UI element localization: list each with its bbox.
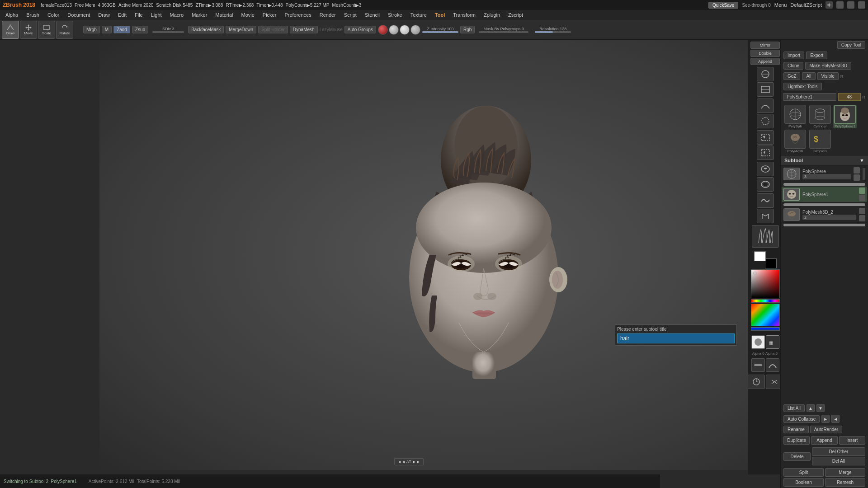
- clipcircd-icon[interactable]: [757, 114, 774, 128]
- polysphere-opacity-slider[interactable]: [783, 183, 865, 186]
- menu-material[interactable]: Material: [212, 11, 236, 19]
- mask-polygroups-slider[interactable]: [479, 31, 528, 33]
- menu-document[interactable]: Document: [64, 11, 94, 19]
- mirror-button[interactable]: Mirror: [750, 42, 780, 49]
- visible-button[interactable]: Visible: [817, 72, 839, 80]
- hsv-picker[interactable]: [751, 269, 780, 298]
- subtool-header[interactable]: Subtool ▼: [781, 156, 868, 165]
- polymesh3d2-opacity-slider[interactable]: [783, 224, 865, 226]
- subtool-item-polysphere[interactable]: PolySphere 3: [782, 166, 867, 182]
- scale-button[interactable]: Scale: [38, 21, 55, 39]
- all-button[interactable]: All: [802, 72, 815, 80]
- polysphere-val[interactable]: 48: [838, 93, 861, 101]
- backface-mask-button[interactable]: BackfaceMask: [188, 26, 224, 33]
- append-action-button[interactable]: Append: [811, 436, 837, 445]
- sdiv-slider[interactable]: [152, 31, 184, 33]
- duplicate-button[interactable]: Duplicate: [783, 436, 810, 445]
- menu-script[interactable]: Script: [340, 11, 360, 19]
- mag-ha-icon[interactable]: [757, 209, 774, 223]
- list-arrow-down-btn[interactable]: ▼: [816, 404, 825, 412]
- m-button[interactable]: M: [102, 26, 112, 33]
- lightbox-tools-button[interactable]: Lightbox: Tools: [783, 83, 822, 90]
- export-button[interactable]: Export: [806, 52, 827, 59]
- mag-hair-clum-icon[interactable]: [752, 225, 779, 248]
- menu-draw[interactable]: Draw: [94, 11, 113, 19]
- polysphere1-opacity-slider[interactable]: [783, 203, 865, 206]
- tool-polysphere[interactable]: PolySph: [783, 105, 807, 128]
- menu-stroke[interactable]: Stroke: [384, 11, 406, 19]
- polymesh3d2-eye-toggle[interactable]: [859, 208, 865, 214]
- menu-macro[interactable]: Macro: [166, 11, 188, 19]
- zadd-button[interactable]: Zadd: [113, 26, 130, 33]
- mrgb-button[interactable]: Mrgb: [83, 26, 100, 33]
- settings-icon[interactable]: [826, 1, 833, 9]
- menu-zscript[interactable]: Zscript: [505, 11, 527, 19]
- merge-down-button[interactable]: MergeDown: [226, 26, 256, 33]
- selectla-icon[interactable]: [757, 130, 774, 145]
- menu-preferences[interactable]: Preferences: [281, 11, 315, 19]
- stroke-icon-2[interactable]: [766, 358, 779, 372]
- smooth-icon[interactable]: [757, 193, 774, 208]
- default-script-label[interactable]: DefaultZScript: [790, 2, 822, 8]
- auto-collapse-button[interactable]: Auto Collapse: [783, 415, 820, 423]
- alpha-6-thumb[interactable]: ▦: [766, 335, 779, 349]
- subtool-item-polymesh3d2[interactable]: PolyMesh3D_2 2: [782, 207, 867, 223]
- mat-rsredc[interactable]: [378, 25, 388, 35]
- insert-button[interactable]: Insert: [839, 436, 865, 445]
- menu-stencil[interactable]: Stencil: [361, 11, 383, 19]
- bg-color-swatch[interactable]: [765, 258, 777, 268]
- tool-simpleb[interactable]: $ SimpleB: [808, 130, 832, 153]
- list-all-button[interactable]: List All: [783, 404, 805, 412]
- auto-groups-button[interactable]: Auto Groups: [344, 26, 376, 33]
- menu-marker[interactable]: Marker: [188, 11, 211, 19]
- draw-button[interactable]: Draw: [2, 21, 19, 39]
- menu-edit[interactable]: Edit: [114, 11, 130, 19]
- maska-icon[interactable]: [757, 162, 774, 176]
- clipcurv-icon[interactable]: [757, 99, 774, 113]
- menu-render[interactable]: Render: [316, 11, 340, 19]
- split-holder-button[interactable]: Split Holder: [258, 26, 288, 33]
- tool-polysphere1-active[interactable]: PolySphere1: [833, 105, 857, 128]
- maskan-icon[interactable]: [757, 177, 774, 192]
- ac-arrow-right[interactable]: ►: [821, 415, 830, 423]
- menu-light[interactable]: Light: [147, 11, 165, 19]
- move-button[interactable]: Move: [20, 21, 37, 39]
- clone-button[interactable]: Clone: [783, 62, 803, 70]
- zsub-button[interactable]: Zsub: [132, 26, 148, 33]
- double-button[interactable]: Double: [750, 50, 780, 57]
- z-intensity-slider[interactable]: [422, 31, 458, 33]
- autorender-button[interactable]: AutoRender: [810, 426, 842, 433]
- remesh-button[interactable]: Remesh: [825, 478, 865, 487]
- import-button[interactable]: Import: [783, 52, 804, 59]
- clipcircl-icon[interactable]: [757, 67, 774, 81]
- del-other-button[interactable]: Del Other: [812, 447, 865, 456]
- menu-brush[interactable]: Brush: [23, 11, 43, 19]
- goz-button[interactable]: GoZ: [783, 72, 800, 80]
- subtool-item-polysphere1[interactable]: PolySphere1: [782, 187, 867, 202]
- camera-icon[interactable]: [847, 1, 854, 9]
- append-button[interactable]: Append: [750, 58, 780, 65]
- brush-icon[interactable]: [836, 1, 844, 9]
- cliprect-icon[interactable]: [757, 82, 774, 97]
- mat-basicmat[interactable]: [410, 25, 420, 35]
- menu-alpha[interactable]: Alpha: [2, 11, 22, 19]
- menu-movie[interactable]: Movie: [237, 11, 258, 19]
- quick-save-button[interactable]: QuickSave: [708, 2, 738, 9]
- polysphere1-lock-toggle[interactable]: [859, 195, 865, 201]
- make-polymesh3d-button[interactable]: Make PolyMesh3D: [805, 62, 851, 70]
- polymesh3d2-lock-toggle[interactable]: [859, 215, 865, 221]
- polysphere1-eye-toggle[interactable]: [859, 188, 865, 194]
- canvas-area[interactable]: ◄◄ AT ►► Please enter subtool title: [99, 40, 836, 470]
- polysphere-name[interactable]: PolySphere1: [783, 93, 836, 101]
- ac-arrow-left[interactable]: ◄: [831, 415, 840, 423]
- subtool-title-input[interactable]: [617, 333, 735, 343]
- dynamesh-button[interactable]: DynaMesh: [290, 26, 318, 33]
- copy-tool-button[interactable]: Copy Tool: [837, 41, 865, 49]
- menu-color[interactable]: Color: [44, 11, 63, 19]
- menu-label[interactable]: Menu: [774, 2, 787, 8]
- del-all-button[interactable]: Del All: [812, 457, 865, 465]
- rename-button[interactable]: Rename: [783, 426, 809, 433]
- canvas-btn-left[interactable]: ◄◄ AT ►►: [394, 458, 424, 465]
- fg-color-swatch[interactable]: [754, 251, 766, 261]
- delete-button[interactable]: Delete: [783, 452, 811, 461]
